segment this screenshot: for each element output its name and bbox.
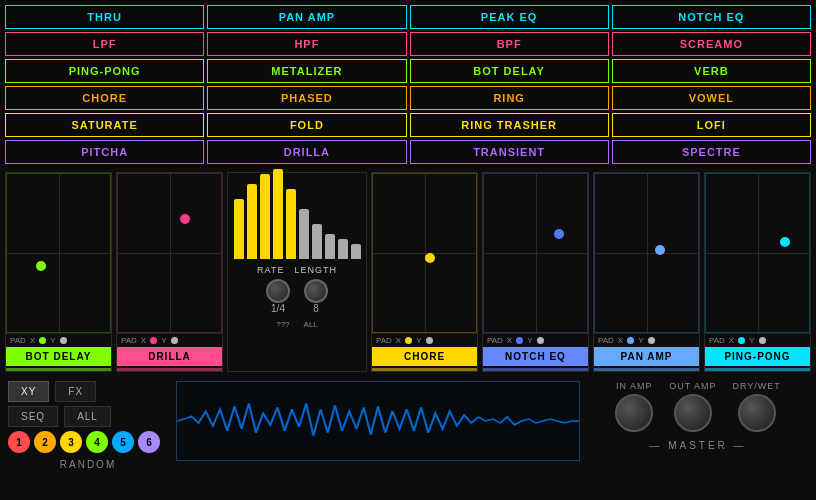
pad-y-dot-2 (426, 337, 433, 344)
seq-button[interactable]: SEQ (8, 406, 58, 427)
pad-label-bar-5[interactable]: PING-PONG (705, 347, 810, 366)
rate-val: 1/4 (271, 303, 285, 314)
seq-bar-9[interactable] (351, 244, 361, 259)
effects-grid: THRUPAN AMPPEAK EQNOTCH EQLPFHPFBPFSCREA… (0, 0, 816, 167)
effect-btn-bot-delay[interactable]: BOT DELAY (410, 59, 609, 83)
seq-bar-0[interactable] (234, 199, 244, 259)
pad-xy-area-3[interactable] (483, 173, 588, 333)
effect-btn-transient[interactable]: TRANSIENT (410, 140, 609, 164)
pad-label-bar-1[interactable]: DRILLA (117, 347, 222, 366)
in-amp-label: IN AMP (616, 381, 653, 391)
pad-xy-area-5[interactable] (705, 173, 810, 333)
pad-slot-1: PAD X Y DRILLA (116, 172, 223, 372)
dry-wet-label: DRY/WET (733, 381, 781, 391)
pad-label-bar-3[interactable]: NOTCH EQ (483, 347, 588, 366)
pad-progress-0 (6, 368, 111, 371)
effect-btn-fold[interactable]: FOLD (207, 113, 406, 137)
seq-bar-6[interactable] (312, 224, 322, 259)
effect-btn-screamo[interactable]: SCREAMO (612, 32, 811, 56)
seq-sub2: ALL (304, 320, 318, 329)
pad-label-3: PAD (487, 336, 503, 345)
effect-btn-hpf[interactable]: HPF (207, 32, 406, 56)
seq-bar-8[interactable] (338, 239, 348, 259)
pad-x-dot-4 (627, 337, 634, 344)
dry-wet-group: DRY/WET (733, 381, 781, 432)
pad-dot-3 (554, 229, 564, 239)
pad-x-dot-3 (516, 337, 523, 344)
num-btn-4[interactable]: 4 (86, 431, 108, 453)
seq-sub1: ??? (276, 320, 289, 329)
seq-bar-7[interactable] (325, 234, 335, 259)
pad-x-label-4: X (618, 336, 623, 345)
rate-knob-group: 1/4 (266, 279, 290, 314)
pad-label-4: PAD (598, 336, 614, 345)
pad-progress-5 (705, 368, 810, 371)
pad-dot-0 (36, 261, 46, 271)
out-amp-label: OUT AMP (669, 381, 716, 391)
effect-btn-chore[interactable]: CHORE (5, 86, 204, 110)
effect-btn-pan-amp[interactable]: PAN AMP (207, 5, 406, 29)
length-knob[interactable] (304, 279, 328, 303)
out-amp-knob[interactable] (674, 394, 712, 432)
effect-btn-bpf[interactable]: BPF (410, 32, 609, 56)
effect-btn-notch-eq[interactable]: NOTCH EQ (612, 5, 811, 29)
pad-slot-0: PAD X Y BOT DELAY (5, 172, 112, 372)
bottom-area: XY FX SEQ ALL 123456 RANDOM IN AMP OUT A… (0, 377, 816, 500)
all-button[interactable]: ALL (64, 406, 111, 427)
effect-btn-phased[interactable]: PHASED (207, 86, 406, 110)
pad-xy-area-0[interactable] (6, 173, 111, 333)
seq-bar-2[interactable] (260, 174, 270, 259)
pad-xy-area-1[interactable] (117, 173, 222, 333)
effect-btn-ring[interactable]: RING (410, 86, 609, 110)
seq-bar-4[interactable] (286, 189, 296, 259)
rate-label: RATE (257, 265, 284, 275)
pad-footer-3: PAD X Y (483, 333, 588, 347)
effect-btn-thru[interactable]: THRU (5, 5, 204, 29)
master-label: — MASTER — (649, 440, 746, 451)
in-amp-knob[interactable] (615, 394, 653, 432)
effect-btn-pitcha[interactable]: PITCHA (5, 140, 204, 164)
effect-btn-lofi[interactable]: LOFI (612, 113, 811, 137)
effect-btn-ring-trasher[interactable]: RING TRASHER (410, 113, 609, 137)
pad-footer-2: PAD X Y (372, 333, 477, 347)
pad-slot-2: PAD X Y CHORE (371, 172, 478, 372)
effect-btn-lpf[interactable]: LPF (5, 32, 204, 56)
fx-button[interactable]: FX (55, 381, 96, 402)
num-btn-5[interactable]: 5 (112, 431, 134, 453)
rate-knob[interactable] (266, 279, 290, 303)
pad-y-label-2: Y (416, 336, 421, 345)
effect-btn-spectre[interactable]: SPECTRE (612, 140, 811, 164)
main-area: PAD X Y BOT DELAY PAD X Y DRILLARATELENG… (0, 167, 816, 377)
pad-y-dot-0 (60, 337, 67, 344)
pad-x-label-0: X (30, 336, 35, 345)
seq-bar-3[interactable] (273, 169, 283, 259)
effect-btn-verb[interactable]: VERB (612, 59, 811, 83)
num-btn-3[interactable]: 3 (60, 431, 82, 453)
pad-label-bar-2[interactable]: CHORE (372, 347, 477, 366)
pad-xy-area-2[interactable] (372, 173, 477, 333)
seq-bar-5[interactable] (299, 209, 309, 259)
length-label: LENGTH (294, 265, 337, 275)
num-btn-6[interactable]: 6 (138, 431, 160, 453)
effect-btn-drilla[interactable]: DRILLA (207, 140, 406, 164)
effect-btn-vowel[interactable]: VOWEL (612, 86, 811, 110)
dry-wet-knob[interactable] (738, 394, 776, 432)
xy-button[interactable]: XY (8, 381, 49, 402)
seq-bars (234, 179, 361, 259)
pad-x-dot-2 (405, 337, 412, 344)
pad-footer-5: PAD X Y (705, 333, 810, 347)
effect-btn-saturate[interactable]: SATURATE (5, 113, 204, 137)
pad-xy-area-4[interactable] (594, 173, 699, 333)
pad-label-bar-4[interactable]: PAN AMP (594, 347, 699, 366)
effect-btn-metalizer[interactable]: METALIZER (207, 59, 406, 83)
pad-label-2: PAD (376, 336, 392, 345)
pad-x-label-3: X (507, 336, 512, 345)
effect-btn-peak-eq[interactable]: PEAK EQ (410, 5, 609, 29)
effect-btn-ping-pong[interactable]: PING-PONG (5, 59, 204, 83)
pad-footer-4: PAD X Y (594, 333, 699, 347)
num-btn-1[interactable]: 1 (8, 431, 30, 453)
pad-progress-4 (594, 368, 699, 371)
pad-label-bar-0[interactable]: BOT DELAY (6, 347, 111, 366)
seq-bar-1[interactable] (247, 184, 257, 259)
num-btn-2[interactable]: 2 (34, 431, 56, 453)
